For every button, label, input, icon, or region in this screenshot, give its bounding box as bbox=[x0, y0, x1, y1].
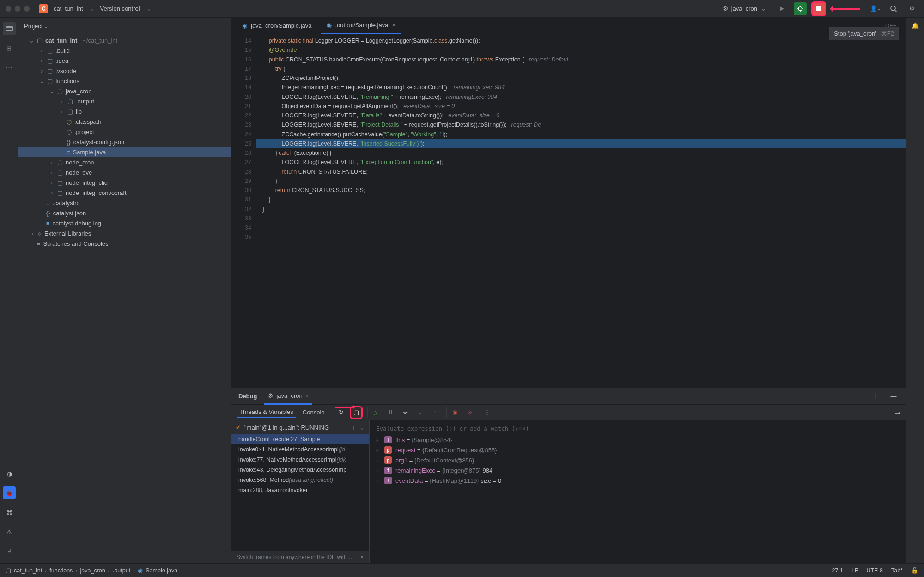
crumb[interactable]: java_cron bbox=[80, 567, 105, 574]
layout-icon[interactable]: ▭ bbox=[894, 409, 900, 416]
more-debug-icon[interactable]: ⋮ bbox=[484, 409, 490, 416]
window-controls bbox=[6, 6, 30, 12]
frame-row[interactable]: invoke:43, DelegatingMethodAccessorImp bbox=[231, 465, 369, 475]
code-editor[interactable]: 1415161718192021222324252627282930313233… bbox=[231, 34, 906, 388]
tab-sample-output[interactable]: ◉.output/Sample.java× bbox=[321, 18, 401, 34]
vcs-menu[interactable]: Version control bbox=[100, 5, 140, 12]
tree-folder-node-eve[interactable]: ›▢node_eve bbox=[18, 167, 231, 177]
code-with-me-icon[interactable]: 👤₊ bbox=[869, 2, 881, 15]
more-tool-icon[interactable]: ⋯ bbox=[3, 61, 16, 74]
crumb[interactable]: .output bbox=[113, 567, 130, 574]
variable-row[interactable]: ›prequest = {DefaultCronRequest@855} bbox=[370, 445, 906, 455]
variable-row[interactable]: ›feventData = {HashMap@1119} size = 0 bbox=[370, 475, 906, 486]
breadcrumbs[interactable]: ▢cat_tun_int› functions› java_cron› .out… bbox=[6, 567, 177, 574]
tree-folder-node-cron[interactable]: ›▢node_cron bbox=[18, 157, 231, 167]
run-button[interactable] bbox=[775, 2, 788, 15]
step-out-icon[interactable]: ↑ bbox=[430, 407, 441, 418]
structure-tool-icon[interactable]: ⊞ bbox=[3, 42, 16, 55]
close-window-dot[interactable] bbox=[6, 6, 11, 12]
debug-more-icon[interactable]: ⋮ bbox=[869, 390, 881, 403]
caret-position[interactable]: 27:1 bbox=[832, 567, 843, 574]
step-over-icon[interactable]: ⤼ bbox=[400, 407, 411, 418]
threads-tab[interactable]: Threads & Variables bbox=[237, 407, 296, 418]
variable-row[interactable]: ›fthis = {Sample@854} bbox=[370, 435, 906, 445]
frame-row[interactable]: invoke:77, NativeMethodAccessorImpl (jdk bbox=[231, 455, 369, 465]
chevron-down-icon[interactable]: ⌄ bbox=[90, 5, 95, 12]
tree-file-classpath[interactable]: ◌.classpath bbox=[18, 116, 231, 127]
close-icon[interactable]: × bbox=[305, 392, 309, 399]
tree-folder-functions[interactable]: ⌄▢functions bbox=[18, 76, 231, 86]
git-icon[interactable]: ⑂ bbox=[3, 545, 16, 558]
close-tab-icon[interactable]: × bbox=[392, 22, 395, 29]
frame-row[interactable]: main:288, JavacronInvoker bbox=[231, 485, 369, 495]
crumb[interactable]: functions bbox=[49, 567, 73, 574]
tree-file-catalyst-debug-log[interactable]: ≡catalyst-debug.log bbox=[18, 218, 231, 228]
resume-icon[interactable]: ▷ bbox=[371, 407, 382, 418]
zoom-window-dot[interactable] bbox=[24, 6, 30, 12]
services-icon[interactable]: ◑ bbox=[3, 467, 16, 480]
tree-folder-build[interactable]: ›▢.build bbox=[18, 45, 231, 55]
notifications-icon[interactable]: 🔔 bbox=[912, 22, 919, 29]
pause-icon[interactable]: ⏸ bbox=[385, 407, 396, 418]
code-body[interactable]: private static final Logger LOGGER = Log… bbox=[256, 34, 906, 388]
project-name[interactable]: cat_tun_int bbox=[54, 5, 83, 12]
tree-file-sample-java[interactable]: ≡Sample.java bbox=[18, 147, 231, 157]
search-icon[interactable] bbox=[887, 2, 900, 15]
tree-file-catalystrc[interactable]: ≡.catalystrc bbox=[18, 198, 231, 208]
readonly-lock-icon[interactable]: 🔓 bbox=[911, 567, 918, 574]
tree-folder-output[interactable]: ›▢.output bbox=[18, 96, 231, 106]
settings-icon[interactable]: ⚙ bbox=[906, 2, 918, 15]
filter-icon[interactable]: ⫿ bbox=[352, 424, 355, 431]
debug-tool-icon[interactable]: 🐞 bbox=[3, 486, 16, 499]
problems-icon[interactable]: ⚠ bbox=[3, 525, 16, 538]
tree-file-catalyst-config[interactable]: {}catalyst-config.json bbox=[18, 137, 231, 147]
debug-session-tab[interactable]: ⚙ java_cron × bbox=[264, 388, 312, 405]
tree-folder-java-cron[interactable]: ⌄▢java_cron bbox=[18, 86, 231, 96]
tree-file-project[interactable]: ◌.project bbox=[18, 127, 231, 137]
tab-sample-src[interactable]: ◉java_cron/Sample.java bbox=[237, 18, 317, 34]
variable-row[interactable]: ›parg1 = {DefaultContext@856} bbox=[370, 455, 906, 465]
debug-tab[interactable]: Debug bbox=[237, 388, 259, 405]
debug-minimize-icon[interactable]: — bbox=[887, 390, 900, 403]
file-encoding[interactable]: UTF-8 bbox=[867, 567, 883, 574]
thread-label: "main"@1 in g...ain": RUNNING bbox=[244, 424, 348, 431]
tree-folder-node-integ-convocraft[interactable]: ›▢node_integ_convocraft bbox=[18, 188, 231, 198]
tree-folder-lib[interactable]: ›▢lib bbox=[18, 106, 231, 116]
frame-row[interactable]: invoke0:-1, NativeMethodAccessorImpl (jd bbox=[231, 444, 369, 455]
tree-file-catalyst-json[interactable]: {}catalyst.json bbox=[18, 208, 231, 218]
variables-panel[interactable]: Evaluate expression (⇧) or add a watch (… bbox=[370, 420, 906, 563]
chevron-down-icon[interactable]: ⌄ bbox=[146, 5, 152, 12]
terminal-icon[interactable]: ⌘ bbox=[3, 506, 16, 519]
tree-external-libraries[interactable]: ›⟐External Libraries bbox=[18, 228, 231, 238]
chevron-down-icon[interactable]: ⌄ bbox=[359, 424, 365, 431]
variable-row[interactable]: ›fremainingExec = {Integer@875} 984 bbox=[370, 465, 906, 475]
mute-breakpoints-icon[interactable]: ⊘ bbox=[464, 407, 475, 418]
frame-row[interactable]: invoke:568, Method (java.lang.reflect) bbox=[231, 475, 369, 485]
thread-selector[interactable]: ✔ "main"@1 in g...ain": RUNNING ⫿ ⌄ bbox=[231, 420, 369, 434]
view-breakpoints-icon[interactable]: ◉ bbox=[450, 407, 461, 418]
step-into-icon[interactable]: ↓ bbox=[415, 407, 426, 418]
project-tree[interactable]: ⌄▢cat_tun_int~/cat_tun_int ›▢.build ›▢.i… bbox=[18, 34, 231, 563]
tree-folder-node-integ-cliq[interactable]: ›▢node_integ_cliq bbox=[18, 177, 231, 188]
tree-folder-idea[interactable]: ›▢.idea bbox=[18, 55, 231, 66]
tree-folder-vscode[interactable]: ›▢.vscode bbox=[18, 66, 231, 76]
console-tab[interactable]: Console bbox=[300, 407, 328, 418]
close-hint-icon[interactable]: × bbox=[360, 554, 364, 560]
tree-root[interactable]: ⌄▢cat_tun_int~/cat_tun_int bbox=[18, 35, 231, 45]
debug-button[interactable] bbox=[794, 2, 807, 15]
frames-list[interactable]: handleCronExecute:27, Sampleinvoke0:-1, … bbox=[231, 434, 369, 551]
run-config-selector[interactable]: ⚙ java_cron ⌄ bbox=[719, 3, 770, 14]
line-separator[interactable]: LF bbox=[851, 567, 858, 574]
project-tool-icon[interactable] bbox=[3, 22, 16, 35]
project-panel-header[interactable]: Project ⌄ bbox=[18, 18, 231, 34]
minimize-window-dot[interactable] bbox=[15, 6, 20, 12]
indent-setting[interactable]: Tab* bbox=[891, 567, 903, 574]
tree-scratches[interactable]: ≡Scratches and Consoles bbox=[18, 238, 231, 249]
crumb[interactable]: Sample.java bbox=[146, 567, 177, 574]
rerun-icon[interactable]: ↻ bbox=[336, 407, 347, 418]
crumb[interactable]: cat_tun_int bbox=[14, 567, 42, 574]
stop-button[interactable] bbox=[812, 2, 825, 15]
svg-line-7 bbox=[895, 10, 897, 12]
frame-row[interactable]: handleCronExecute:27, Sample bbox=[231, 434, 369, 444]
evaluate-expression-input[interactable]: Evaluate expression (⇧) or add a watch (… bbox=[370, 422, 906, 435]
